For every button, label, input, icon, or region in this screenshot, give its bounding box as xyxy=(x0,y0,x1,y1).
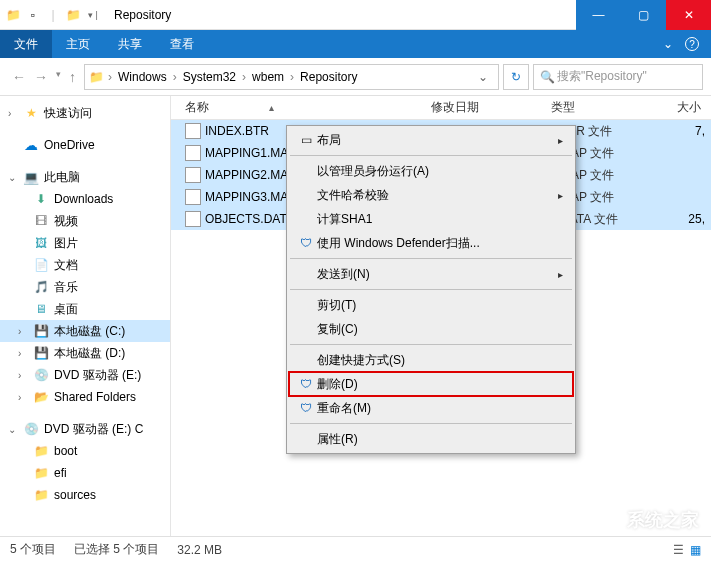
column-size[interactable]: 大小 xyxy=(651,99,711,116)
file-icon xyxy=(185,167,201,183)
tree-label: 音乐 xyxy=(54,279,78,296)
tree-this-pc[interactable]: ⌄💻此电脑 xyxy=(0,166,170,188)
column-date[interactable]: 修改日期 xyxy=(431,99,551,116)
breadcrumb-sep: › xyxy=(106,70,114,84)
tree-downloads[interactable]: ⬇Downloads xyxy=(0,188,170,210)
menu-label: 计算SHA1 xyxy=(317,211,372,228)
maximize-button[interactable]: ▢ xyxy=(621,0,666,30)
tab-view[interactable]: 查看 xyxy=(156,30,208,58)
tree-sources[interactable]: 📁sources xyxy=(0,484,170,506)
file-name: OBJECTS.DATA xyxy=(205,212,294,226)
tree-efi[interactable]: 📁efi xyxy=(0,462,170,484)
tree-videos[interactable]: 🎞视频 xyxy=(0,210,170,232)
search-input[interactable]: 🔍 搜索"Repository" xyxy=(533,64,703,90)
breadcrumb-sep: › xyxy=(240,70,248,84)
file-icon xyxy=(185,189,201,205)
tree-documents[interactable]: 📄文档 xyxy=(0,254,170,276)
menu-layout[interactable]: ▭布局▸ xyxy=(289,128,573,152)
status-bar: 5 个项目 已选择 5 个项目 32.2 MB ☰ ▦ xyxy=(0,536,711,562)
sort-arrow-icon: ▴ xyxy=(269,102,274,113)
tree-disk-d[interactable]: ›💾本地磁盘 (D:) xyxy=(0,342,170,364)
address-dropdown-icon[interactable]: ⌄ xyxy=(472,70,494,84)
nav-arrows: ← → ▾ ↑ xyxy=(8,69,80,85)
window-title: Repository xyxy=(114,8,171,22)
file-type: MAP 文件 xyxy=(561,167,661,184)
file-icon xyxy=(185,211,201,227)
submenu-arrow-icon: ▸ xyxy=(558,269,563,280)
tree-label: DVD 驱动器 (E:) C xyxy=(44,421,143,438)
menu-sendto[interactable]: 发送到(N)▸ xyxy=(289,262,573,286)
tab-file[interactable]: 文件 xyxy=(0,30,52,58)
tree-dvd-e2[interactable]: ⌄💿DVD 驱动器 (E:) C xyxy=(0,418,170,440)
menu-label: 发送到(N) xyxy=(317,266,370,283)
qat-sep: | xyxy=(44,6,62,24)
tree-pictures[interactable]: 🖼图片 xyxy=(0,232,170,254)
help-icon[interactable]: ? xyxy=(685,37,699,51)
tab-share[interactable]: 共享 xyxy=(104,30,156,58)
tree-desktop[interactable]: 🖥桌面 xyxy=(0,298,170,320)
breadcrumb-item[interactable]: Windows xyxy=(114,70,171,84)
music-icon: 🎵 xyxy=(32,280,50,294)
back-button[interactable]: ← xyxy=(12,69,26,85)
forward-button[interactable]: → xyxy=(34,69,48,85)
context-menu: ▭布局▸ 以管理员身份运行(A) 文件哈希校验▸ 计算SHA1 🛡使用 Wind… xyxy=(286,125,576,454)
close-button[interactable]: ✕ xyxy=(666,0,711,30)
tree-boot[interactable]: 📁boot xyxy=(0,440,170,462)
menu-label: 删除(D) xyxy=(317,376,358,393)
search-icon: 🔍 xyxy=(540,70,555,84)
breadcrumb-sep: › xyxy=(171,70,179,84)
file-name: MAPPING1.MA xyxy=(205,146,288,160)
breadcrumb-item[interactable]: wbem xyxy=(248,70,288,84)
window-controls: — ▢ ✕ xyxy=(576,0,711,30)
menu-sha1[interactable]: 计算SHA1 xyxy=(289,207,573,231)
menu-hash[interactable]: 文件哈希校验▸ xyxy=(289,183,573,207)
tab-home[interactable]: 主页 xyxy=(52,30,104,58)
folder-icon: 📁 xyxy=(89,70,104,84)
tree-music[interactable]: 🎵音乐 xyxy=(0,276,170,298)
folder-icon: 📁 xyxy=(32,466,50,480)
menu-cut[interactable]: 剪切(T) xyxy=(289,293,573,317)
refresh-button[interactable]: ↻ xyxy=(503,64,529,90)
menu-copy[interactable]: 复制(C) xyxy=(289,317,573,341)
shield-icon: 🛡 xyxy=(295,401,317,415)
up-button[interactable]: ↑ xyxy=(69,69,76,85)
menu-delete[interactable]: 🛡删除(D) xyxy=(289,372,573,396)
breadcrumb-item[interactable]: Repository xyxy=(296,70,361,84)
tree-shared-folders[interactable]: ›📂Shared Folders xyxy=(0,386,170,408)
breadcrumb-item[interactable]: System32 xyxy=(179,70,240,84)
menu-separator xyxy=(290,344,572,345)
tree-disk-c[interactable]: ›💾本地磁盘 (C:) xyxy=(0,320,170,342)
menu-rename[interactable]: 🛡重命名(M) xyxy=(289,396,573,420)
menu-label: 创建快捷方式(S) xyxy=(317,352,405,369)
view-details-icon[interactable]: ☰ xyxy=(673,543,684,557)
column-type[interactable]: 类型 xyxy=(551,99,651,116)
tree-label: 文档 xyxy=(54,257,78,274)
minimize-button[interactable]: — xyxy=(576,0,621,30)
breadcrumb[interactable]: 📁 › Windows › System32 › wbem › Reposito… xyxy=(84,64,499,90)
tree-label: sources xyxy=(54,488,96,502)
file-type: MAP 文件 xyxy=(561,145,661,162)
layout-icon: ▭ xyxy=(295,133,317,147)
qat-dropdown-icon[interactable]: ▾ | xyxy=(84,6,102,24)
view-large-icon[interactable]: ▦ xyxy=(690,543,701,557)
file-icon xyxy=(185,123,201,139)
qat-icon[interactable]: ▫ xyxy=(24,6,42,24)
menu-separator xyxy=(290,258,572,259)
ribbon-expand-icon[interactable]: ⌄ xyxy=(663,37,673,51)
downloads-icon: ⬇ xyxy=(32,192,50,206)
menu-run-as-admin[interactable]: 以管理员身份运行(A) xyxy=(289,159,573,183)
tree-label: OneDrive xyxy=(44,138,95,152)
column-name[interactable]: 名称▴ xyxy=(171,99,431,116)
tree-dvd-e[interactable]: ›💿DVD 驱动器 (E:) xyxy=(0,364,170,386)
submenu-arrow-icon: ▸ xyxy=(558,135,563,146)
recent-dropdown-icon[interactable]: ▾ xyxy=(56,69,61,85)
shield-icon: 🛡 xyxy=(295,236,317,250)
menu-defender[interactable]: 🛡使用 Windows Defender扫描... xyxy=(289,231,573,255)
menu-properties[interactable]: 属性(R) xyxy=(289,427,573,451)
tree-quick-access[interactable]: ›★快速访问 xyxy=(0,102,170,124)
tree-onedrive[interactable]: ☁OneDrive xyxy=(0,134,170,156)
status-selected: 已选择 5 个项目 xyxy=(74,541,159,558)
file-size: 25, xyxy=(661,212,711,226)
address-bar: ← → ▾ ↑ 📁 › Windows › System32 › wbem › … xyxy=(0,58,711,96)
menu-shortcut[interactable]: 创建快捷方式(S) xyxy=(289,348,573,372)
